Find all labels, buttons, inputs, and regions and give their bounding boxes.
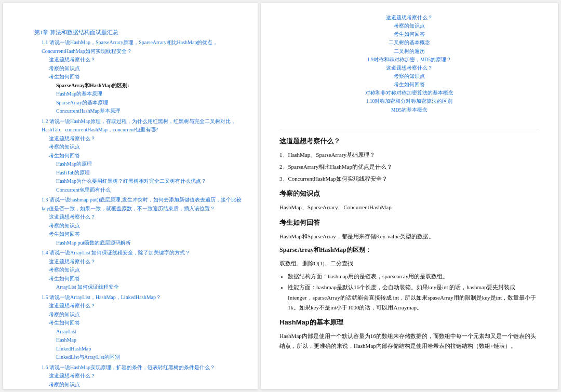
toc-item: ConcurrentHashMap基本原理	[34, 107, 243, 116]
hashmap-heading: HashMap的基本原理	[279, 318, 539, 327]
toc-item: 1.4 请说一说ArrayList 如何保证线程安全，除了加关键字的方式？	[34, 249, 243, 258]
right-toc-item: 考生如何回答	[279, 30, 539, 38]
bullet-list: 数据结构方面：hashmap用的是链表，sparsearray用的是双数组。 性…	[279, 272, 539, 313]
right-toc-item: 考生如何回答	[279, 80, 539, 89]
toc-item: Concurrent包里面有什么	[34, 186, 243, 195]
section-main-title	[279, 125, 539, 129]
toc-item: ArrayList	[34, 328, 243, 336]
toc-item: 考生如何回答	[34, 73, 243, 82]
toc-item: HashMap put函数的底层源码解析	[34, 239, 243, 248]
right-toc-item: 考察的知识点	[279, 72, 539, 80]
toc-item: SparseArray和HashMap的区别:	[34, 82, 243, 90]
toc-item: HashMap为什么要用红黑树？红黑树相对完全二叉树有什么优点？	[34, 177, 243, 186]
toc-item: 这道题想考察什么？	[34, 56, 243, 64]
toc-item: 考察的知识点	[34, 310, 243, 319]
toc-item: 考生如何回答	[34, 152, 243, 160]
app-container: 第1章 算法和数据结构面试题汇总1.1 请说一说HashMap，SparseAr…	[0, 0, 561, 392]
right-toc-item: MD5的基本概念	[279, 106, 539, 114]
right-toc-item: 考察的知识点	[279, 22, 539, 30]
left-page: 第1章 算法和数据结构面试题汇总1.1 请说一说HashMap，SparseAr…	[3, 3, 258, 389]
compare-text: 双数组、删除O(1)、二分查找	[279, 259, 539, 268]
toc-item: HashMap的基本原理	[34, 90, 243, 99]
toc-item: LinkedHashMap	[34, 345, 243, 354]
toc-item: 考生如何回答	[34, 230, 243, 239]
toc-item: 这道题想考察什么？	[34, 134, 243, 143]
toc-item: SparseArray的基本原理	[34, 99, 243, 107]
right-toc-item: 二叉树的遍历	[279, 47, 539, 56]
bullet-item-2: 性能方面：hashmap是默认16个长度，会自动装箱。如果key是int 的话，…	[288, 282, 539, 313]
right-toc-item: 1.10对称加密和分对称加密算法的区别	[279, 97, 539, 105]
toc-item: 考察的知识点	[34, 64, 243, 73]
right-toc-item: 这道题想考察什么？	[279, 64, 539, 72]
toc-item: 考察的知识点	[34, 143, 243, 152]
toc-item: 第1章 算法和数据结构面试题汇总	[34, 28, 243, 37]
toc-item: 这道题想考察什么？	[34, 302, 243, 310]
subsection-heading-2: 考察的知识点	[279, 189, 539, 198]
right-toc-item: 二叉树的基本概念	[279, 38, 539, 47]
toc-container: 第1章 算法和数据结构面试题汇总1.1 请说一说HashMap，SparseAr…	[34, 28, 243, 389]
right-toc-item: 这道题想考察什么？	[279, 13, 539, 22]
bullet-item-1: 数据结构方面：hashmap用的是链表，sparsearray用的是双数组。	[288, 272, 539, 281]
subsection-heading-3: 考生如何回答	[279, 218, 539, 227]
toc-item: 考生如何回答	[34, 275, 243, 283]
toc-item: 这道题想考察什么？	[34, 213, 243, 222]
toc-item: 考察的知识点	[34, 381, 243, 389]
toc-item: 这道题想考察什么？	[34, 258, 243, 266]
right-toc: 这道题想考察什么？考察的知识点考生如何回答二叉树的基本概念二叉树的遍历1.9对称…	[279, 13, 539, 114]
toc-item: 考生如何回答	[34, 319, 243, 328]
toc-item: ArrayList 如何保证线程安全	[34, 283, 243, 292]
right-page: 这道题想考察什么？考察的知识点考生如何回答二叉树的基本概念二叉树的遍历1.9对称…	[261, 3, 558, 389]
toc-item: 考察的知识点	[34, 222, 243, 231]
subsection-body-2: HashMap、SparseArrary、ConcurrentHashMap	[279, 202, 539, 212]
subsection-body-3: HashMap和SparseArray，都是用来存储Key-value类型的数据…	[279, 232, 539, 241]
toc-item: 1.2 请说一说HashMap原理，存取过程，为什么用红黑树，红黑树与完全二叉树…	[34, 117, 243, 134]
toc-item: 1.5 请说一说ArrayList，HashMap，LinkedHashMap？	[34, 293, 243, 302]
bold-heading: SparseArray和HashMap的区别：	[279, 245, 539, 255]
toc-item: 考察的知识点	[34, 266, 243, 275]
toc-item: 1.6 请说一说HashMap实现原理，扩容的条件，链表转红黑树的条件是什么？	[34, 363, 243, 372]
subsection-heading-1: 这道题想考察什么？	[279, 137, 539, 146]
toc-item: 1.1 请说一说HashMap，SparseArrary原理，SparseArr…	[34, 38, 243, 56]
toc-item: HashTab的原理	[34, 169, 243, 178]
hashmap-body: HashMap内部是使用一个默认容量为16的数组来存储数据的，而数组中每一个元素…	[279, 331, 539, 352]
toc-item: 1.3 请说一说hashmap put()底层原理,发生冲突时，如何去添加新键值…	[34, 196, 243, 213]
right-toc-item: 1.9对称和非对称加密，MD5的原理？	[279, 56, 539, 64]
toc-item: HashMap	[34, 336, 243, 345]
toc-item: LinkedList与ArrayList的区别	[34, 353, 243, 362]
toc-item: HashMap的原理	[34, 160, 243, 169]
subsection-body-1: 1、HashMap、SparseArrary基础原理？ 2、SparseArra…	[279, 150, 539, 184]
toc-item: 这道题想考察什么？	[34, 372, 243, 381]
right-toc-item: 对称和非对称对称加密算法的基本概念	[279, 89, 539, 97]
